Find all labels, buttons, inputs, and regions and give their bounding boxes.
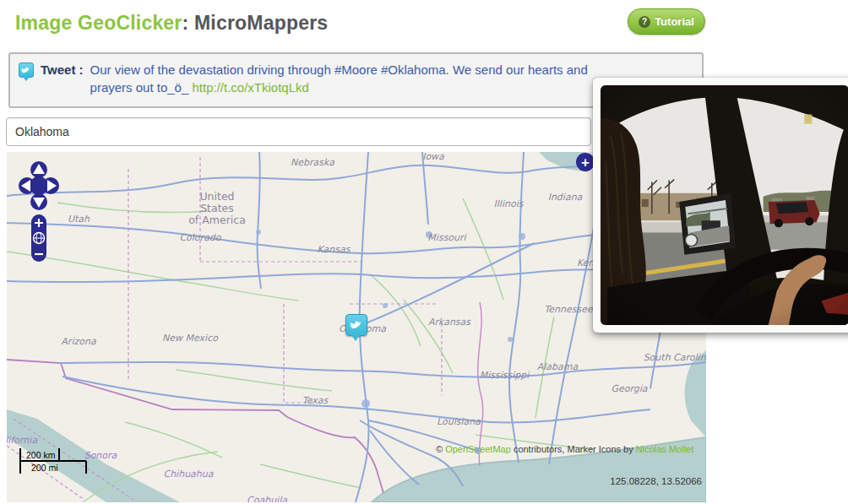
tweet-line-1: Our view of the devastation driving thro… [90, 61, 588, 79]
tweet-marker-icon [19, 62, 34, 78]
tweet-link[interactable]: http://t.co/xTkiotqLkd [192, 80, 308, 95]
tweet-line-2: prayers out to_ö_ http://t.co/xTkiotqLkd [90, 79, 588, 96]
mouse-position-readout: 125.08228, 13.52066 [610, 476, 702, 486]
location-search-input[interactable] [6, 117, 591, 146]
map-scale-bar: 200 km 200 mi [19, 447, 96, 474]
page-title-primary: Image GeoClicker [15, 12, 182, 34]
maximize-map-button[interactable]: + [576, 153, 595, 171]
help-icon: ? [639, 16, 650, 28]
osm-link[interactable]: OpenStreetMap [445, 444, 511, 454]
tutorial-button[interactable]: ? Tutorial [628, 8, 705, 35]
map-attribution: © OpenStreetMap contributors, Marker Ico… [436, 444, 693, 454]
marker-author-link[interactable]: Nicolas Mollet [636, 444, 693, 454]
tutorial-button-label: Tutorial [655, 15, 694, 28]
map-panzoom-control[interactable] [19, 160, 59, 270]
page-title-secondary: : MicroMappers [182, 12, 329, 34]
tweet-map-marker[interactable] [345, 314, 367, 336]
tweet-photo [601, 85, 848, 325]
page-title: Image GeoClicker: MicroMappers [15, 12, 328, 35]
scale-mi-label: 200 mi [31, 463, 58, 473]
tweet-photo-frame [593, 78, 848, 333]
page: Image GeoClicker: MicroMappers ? Tutoria… [0, 0, 848, 504]
tweet-text: Our view of the devastation driving thro… [90, 61, 588, 96]
tweet-label: Tweet : [41, 61, 84, 79]
scale-km-label: 200 km [26, 450, 56, 460]
